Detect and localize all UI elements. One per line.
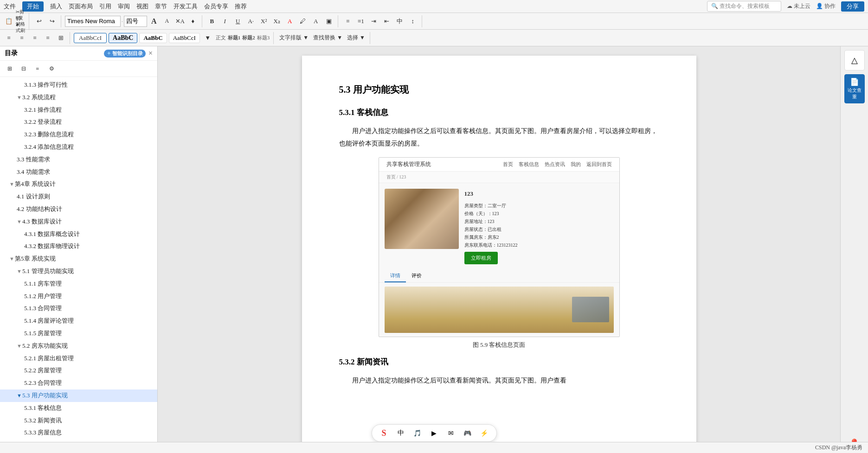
align-justify[interactable]: ≡: [42, 32, 54, 44]
paragraph-2[interactable]: 用户进入指定功能操作区之后可以查看新闻资讯。其页面见下图。用户查看: [339, 375, 659, 387]
clear-format[interactable]: ✕A: [174, 15, 186, 27]
toc-item[interactable]: 3.2.2 登录流程: [0, 116, 157, 128]
toc-item[interactable]: 4.3.1 数据库概念设计: [0, 228, 157, 241]
toc-item[interactable]: 4.2 功能结构设计: [0, 203, 157, 216]
indent-decrease[interactable]: ⇤: [381, 15, 393, 27]
format-painter-button[interactable]: 🖌格式刷: [16, 25, 26, 30]
toc-item[interactable]: ▼5.1 管理员功能实现: [0, 265, 157, 278]
search-bar[interactable]: 🔍 查找命令、搜索模板: [707, 1, 781, 12]
style-normal[interactable]: AaBbCcI: [74, 33, 107, 43]
sidebar-close-button[interactable]: ×: [148, 49, 153, 57]
toc-item[interactable]: 3.3 性能需求: [0, 153, 157, 166]
toc-item[interactable]: 3.4 功能需求: [0, 166, 157, 179]
strikethrough-button[interactable]: A·: [245, 15, 257, 27]
toc-item[interactable]: 3.2.4 添加信息流程: [0, 141, 157, 153]
line-spacing[interactable]: ↕: [407, 15, 419, 27]
mock-tab-detail[interactable]: 详情: [385, 270, 406, 282]
font-name-input[interactable]: [65, 16, 121, 27]
document-area[interactable]: 5.3 用户功能实现 5.3.1 客栈信息 用户进入指定功能操作区之后可以查看客…: [158, 46, 840, 453]
bold-button[interactable]: B: [206, 15, 218, 27]
font-size-decrease[interactable]: A: [161, 15, 173, 27]
paragraph-1[interactable]: 用户进入指定功能操作区之后可以查看客栈信息。其页面见下图。用户查看房屋介绍，可以…: [339, 125, 659, 150]
chinese-list[interactable]: 中: [394, 15, 406, 27]
wps-mic-button[interactable]: 🎵: [411, 427, 424, 440]
highlight-button[interactable]: 🖊: [297, 15, 309, 27]
text-style-btn[interactable]: ♦: [187, 15, 199, 27]
subscript-button[interactable]: X₂: [271, 15, 283, 27]
menu-dev-tools[interactable]: 开发工具: [174, 2, 198, 11]
menu-page-layout[interactable]: 页面布局: [69, 2, 93, 11]
numbered-list[interactable]: ≡1: [355, 15, 367, 27]
toc-expand-all[interactable]: ⊞: [4, 63, 16, 75]
toc-item[interactable]: 4.3.2 数据库物理设计: [0, 240, 157, 253]
underline-button[interactable]: U: [232, 15, 244, 27]
toc-item[interactable]: 5.3.2 新闻资讯: [0, 415, 157, 427]
font-size-input[interactable]: [124, 16, 147, 27]
mock-rent-button[interactable]: 立即租房: [464, 252, 498, 264]
toc-settings[interactable]: ⚙: [45, 63, 58, 75]
toc-item[interactable]: 3.1.3 操作可行性: [0, 79, 157, 91]
wps-game-button[interactable]: 🎮: [461, 427, 474, 440]
font-color-button[interactable]: A: [284, 15, 296, 27]
toc-item[interactable]: ▼5.2 房东功能实现: [0, 340, 157, 352]
italic-button[interactable]: I: [219, 15, 231, 27]
font-size-increase[interactable]: A: [148, 15, 160, 27]
superscript-button[interactable]: X²: [258, 15, 270, 27]
toc-item[interactable]: ▼4.3 数据库设计: [0, 216, 157, 228]
mock-tab-review[interactable]: 评价: [406, 270, 427, 282]
wps-flash-button[interactable]: ⚡: [478, 427, 491, 440]
style-more[interactable]: ▼: [202, 32, 214, 44]
menu-insert[interactable]: 插入: [50, 2, 62, 11]
redo-button[interactable]: ↪: [46, 15, 58, 27]
ai-badge[interactable]: ✦ 智能识别目录: [104, 50, 146, 57]
align-center[interactable]: ≡: [16, 32, 28, 44]
toc-item[interactable]: 5.1.5 房屋管理: [0, 327, 157, 340]
style-h3[interactable]: AaBbCcI: [169, 33, 200, 43]
toc-item[interactable]: 3.2.1 操作流程: [0, 104, 157, 116]
menu-vip[interactable]: 会员专享: [204, 2, 228, 11]
toc-item[interactable]: 5.3.1 客栈信息: [0, 402, 157, 415]
wps-s-button[interactable]: S: [378, 427, 391, 440]
paper-check-button[interactable]: 📄 论文查重: [844, 74, 865, 103]
toc-item[interactable]: 3.2.3 删除信息流程: [0, 128, 157, 141]
toc-item[interactable]: 5.2.2 房屋管理: [0, 364, 157, 377]
toc-item[interactable]: 5.1.3 合同管理: [0, 302, 157, 315]
toc-item[interactable]: 5.2.1 房屋出租管理: [0, 352, 157, 365]
wps-video-button[interactable]: ▶: [428, 427, 441, 440]
style-h1[interactable]: AaBbC: [109, 33, 137, 43]
indent-increase[interactable]: ⇥: [368, 15, 380, 27]
toc-item[interactable]: ▼第5章 系统实现: [0, 253, 157, 265]
toc-item[interactable]: 4.1 设计原则: [0, 191, 157, 203]
toc-item[interactable]: 5.1.4 房屋评论管理: [0, 315, 157, 327]
paste-button[interactable]: 📋: [3, 15, 15, 27]
bullet-list[interactable]: ≡: [342, 15, 354, 27]
undo-button[interactable]: ↩: [33, 15, 45, 27]
menu-file[interactable]: 文件: [4, 2, 16, 11]
select-button[interactable]: 选择 ▼: [345, 32, 367, 44]
toc-item[interactable]: ▼第4章 系统设计: [0, 178, 157, 191]
collab-label[interactable]: 👤 协作: [816, 2, 836, 10]
toc-collapse-all[interactable]: ⊟: [18, 63, 30, 75]
style-h2[interactable]: AaBbC: [139, 33, 167, 43]
toc-item[interactable]: 5.1.1 房车管理: [0, 278, 157, 290]
menu-recommend[interactable]: 推荐: [235, 2, 247, 11]
toc-item[interactable]: 5.1.2 用户管理: [0, 290, 157, 303]
toc-list-view[interactable]: ≡: [32, 63, 44, 75]
scroll-to-top-button[interactable]: △: [844, 50, 865, 70]
toc-item[interactable]: ▼3.2 系统流程: [0, 91, 157, 104]
wps-chinese-button[interactable]: 中: [394, 427, 407, 440]
toc-item[interactable]: 5.2.3 合同管理: [0, 377, 157, 389]
align-right[interactable]: ≡: [29, 32, 41, 44]
text-arrange-button[interactable]: 文字排版 ▼: [277, 32, 310, 44]
wps-mail-button[interactable]: ✉: [444, 427, 457, 440]
menu-chapter[interactable]: 章节: [155, 2, 167, 11]
text-outline[interactable]: A: [310, 15, 322, 27]
toc-item[interactable]: 5.3.3 房屋信息: [0, 427, 157, 439]
menu-reference[interactable]: 引用: [99, 2, 111, 11]
toc-item-active[interactable]: ▼5.3 用户功能实现: [0, 389, 157, 402]
share-button[interactable]: 分享: [841, 1, 864, 12]
align-left[interactable]: ≡: [3, 32, 15, 44]
text-box[interactable]: ▣: [323, 15, 335, 27]
menu-view[interactable]: 视图: [136, 2, 148, 11]
menu-review[interactable]: 审阅: [118, 2, 130, 11]
